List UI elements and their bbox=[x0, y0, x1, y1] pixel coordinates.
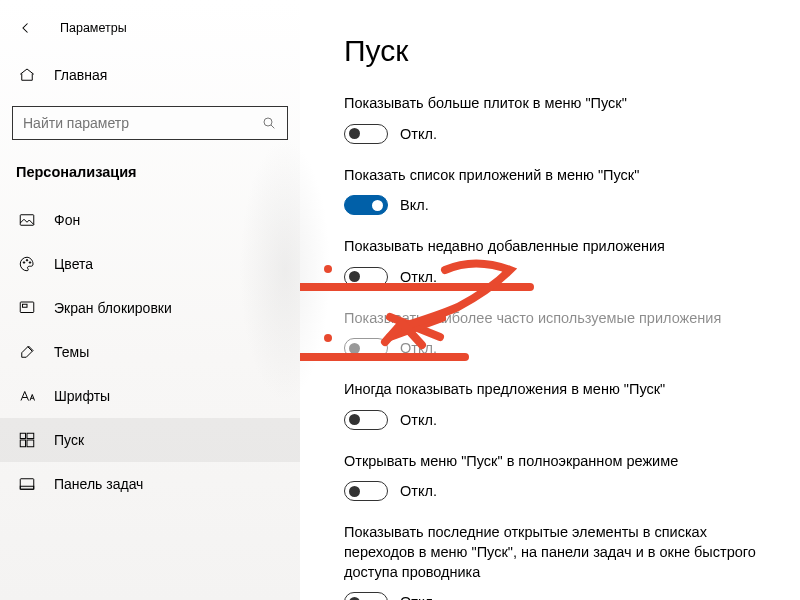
svg-rect-6 bbox=[23, 304, 28, 307]
setting-label: Показать список приложений в меню "Пуск" bbox=[344, 166, 776, 186]
font-icon bbox=[18, 387, 36, 405]
svg-rect-9 bbox=[20, 440, 25, 447]
sidebar-item-fonts[interactable]: Шрифты bbox=[0, 374, 300, 418]
image-icon bbox=[18, 211, 36, 229]
page-title: Пуск bbox=[344, 34, 776, 68]
toggle-status: Откл. bbox=[400, 269, 437, 285]
arrow-left-icon bbox=[17, 19, 35, 37]
setting-most-used: Показывать наиболее часто используемые п… bbox=[344, 309, 776, 359]
home-icon bbox=[18, 66, 36, 84]
sidebar-item-label: Темы bbox=[54, 344, 89, 360]
toggle-jumplists[interactable] bbox=[344, 592, 388, 600]
brush-icon bbox=[18, 343, 36, 361]
toggle-app-list[interactable] bbox=[344, 195, 388, 215]
setting-suggestions: Иногда показывать предложения в меню "Пу… bbox=[344, 380, 776, 430]
setting-more-tiles: Показывать больше плиток в меню "Пуск" О… bbox=[344, 94, 776, 144]
sidebar-item-label: Фон bbox=[54, 212, 80, 228]
search-input[interactable] bbox=[23, 115, 261, 131]
setting-label: Открывать меню "Пуск" в полноэкранном ре… bbox=[344, 452, 776, 472]
toggle-recent-apps[interactable] bbox=[344, 267, 388, 287]
setting-app-list: Показать список приложений в меню "Пуск"… bbox=[344, 166, 776, 216]
toggle-more-tiles[interactable] bbox=[344, 124, 388, 144]
setting-label: Показывать недавно добавленные приложени… bbox=[344, 237, 776, 257]
taskbar-icon bbox=[18, 475, 36, 493]
svg-rect-10 bbox=[27, 440, 34, 447]
svg-point-3 bbox=[26, 260, 28, 262]
sidebar-item-label: Цвета bbox=[54, 256, 93, 272]
sidebar-item-taskbar[interactable]: Панель задач bbox=[0, 462, 300, 506]
svg-rect-7 bbox=[20, 433, 25, 438]
search-box[interactable] bbox=[12, 106, 288, 140]
sidebar-item-label: Шрифты bbox=[54, 388, 110, 404]
search-icon bbox=[261, 115, 277, 131]
toggle-status: Откл. bbox=[400, 126, 437, 142]
toggle-suggestions[interactable] bbox=[344, 410, 388, 430]
svg-point-13 bbox=[324, 265, 332, 273]
sidebar-item-colors[interactable]: Цвета bbox=[0, 242, 300, 286]
svg-rect-12 bbox=[20, 486, 34, 489]
svg-rect-8 bbox=[27, 433, 34, 438]
toggle-status: Откл. bbox=[400, 594, 437, 600]
setting-fullscreen: Открывать меню "Пуск" в полноэкранном ре… bbox=[344, 452, 776, 502]
toggle-status: Откл. bbox=[400, 340, 437, 356]
svg-point-2 bbox=[23, 262, 25, 264]
toggle-status: Откл. bbox=[400, 483, 437, 499]
svg-point-0 bbox=[264, 118, 272, 126]
toggle-status: Вкл. bbox=[400, 197, 429, 213]
home-label: Главная bbox=[54, 67, 107, 83]
setting-label: Иногда показывать предложения в меню "Пу… bbox=[344, 380, 776, 400]
lockscreen-icon bbox=[18, 299, 36, 317]
sidebar-item-lockscreen[interactable]: Экран блокировки bbox=[0, 286, 300, 330]
main-content: Пуск Показывать больше плиток в меню "Пу… bbox=[300, 0, 800, 600]
sidebar: Параметры Главная Персонализация Фон bbox=[0, 0, 300, 600]
window-title: Параметры bbox=[60, 21, 127, 35]
setting-label: Показывать больше плиток в меню "Пуск" bbox=[344, 94, 776, 114]
setting-label: Показывать последние открытые элементы в… bbox=[344, 523, 776, 582]
sidebar-item-background[interactable]: Фон bbox=[0, 198, 300, 242]
home-link[interactable]: Главная bbox=[0, 56, 300, 94]
svg-point-14 bbox=[324, 334, 332, 342]
sidebar-item-themes[interactable]: Темы bbox=[0, 330, 300, 374]
svg-rect-1 bbox=[20, 215, 34, 226]
sidebar-item-label: Пуск bbox=[54, 432, 84, 448]
setting-label: Показывать наиболее часто используемые п… bbox=[344, 309, 776, 329]
section-heading: Персонализация bbox=[0, 162, 300, 198]
titlebar: Параметры bbox=[0, 10, 300, 56]
toggle-status: Откл. bbox=[400, 412, 437, 428]
sidebar-item-start[interactable]: Пуск bbox=[0, 418, 300, 462]
start-icon bbox=[18, 431, 36, 449]
back-button[interactable] bbox=[16, 18, 36, 38]
svg-point-4 bbox=[29, 262, 31, 264]
sidebar-item-label: Панель задач bbox=[54, 476, 143, 492]
setting-jumplists: Показывать последние открытые элементы в… bbox=[344, 523, 776, 600]
toggle-most-used bbox=[344, 338, 388, 358]
toggle-fullscreen[interactable] bbox=[344, 481, 388, 501]
palette-icon bbox=[18, 255, 36, 273]
setting-recent-apps: Показывать недавно добавленные приложени… bbox=[344, 237, 776, 287]
sidebar-item-label: Экран блокировки bbox=[54, 300, 172, 316]
